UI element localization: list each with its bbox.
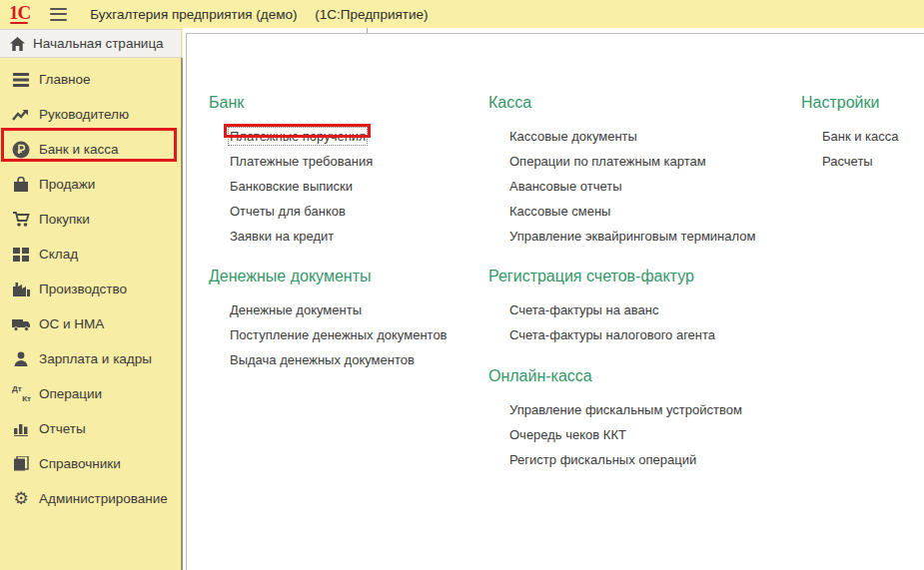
- link-platezhnye-porucheniya[interactable]: Платежные поручения: [230, 129, 366, 144]
- tab-bar: Начальная страница: [0, 28, 183, 58]
- shopping-bag-icon: [11, 175, 31, 195]
- factory-icon: [11, 280, 31, 299]
- link-upravlenie-ekvayringovym-terminalom[interactable]: Управление эквайринговым терминалом: [509, 229, 755, 244]
- link-avansovye-otchety[interactable]: Авансовые отчеты: [509, 179, 622, 194]
- section-title-nastroyki: Настройки: [801, 94, 921, 112]
- sidebar-item-sklad[interactable]: Склад: [0, 237, 181, 272]
- sidebar-item-otchety[interactable]: Отчеты: [0, 411, 181, 446]
- link-operatsii-po-platezhnym-kartam[interactable]: Операции по платежным картам: [509, 154, 706, 169]
- link-scheta-faktury-nalogovogo-agenta[interactable]: Счета-фактуры налогового агента: [509, 327, 715, 342]
- sidebar-item-prodazhi[interactable]: Продажи: [0, 167, 181, 202]
- bar-chart-icon: [11, 419, 31, 439]
- title-bar: 1С Бухгалтерия предприятия (демо) (1С:Пр…: [0, 0, 924, 28]
- link-bankovskie-vypiski[interactable]: Банковские выписки: [230, 179, 353, 194]
- sidebar-item-pokupki[interactable]: Покупки: [0, 202, 181, 237]
- section-kassa: Касса Кассовые документы Операции по пла…: [488, 94, 768, 248]
- link-platezhnye-trebovaniya[interactable]: Платежные требования: [230, 154, 373, 169]
- link-kassovye-dokumenty[interactable]: Кассовые документы: [509, 129, 637, 144]
- section-denezhnye-dokumenty: Денежные документы Денежные документы По…: [209, 268, 488, 371]
- link-bank-i-kassa-nastroyki[interactable]: Банк и касса: [822, 129, 899, 144]
- link-raschety[interactable]: Расчеты: [822, 154, 873, 169]
- section-title-onlayn-kassa: Онлайн-касса: [488, 367, 768, 385]
- section-registratsiya-schetov-faktur: Регистрация счетов-фактур Счета-фактуры …: [488, 268, 768, 346]
- sidebar-item-os-i-nma[interactable]: ОС и НМА: [0, 306, 181, 341]
- main-menu-icon[interactable]: [50, 8, 67, 21]
- books-icon: [11, 454, 31, 474]
- link-ochered-chekov-kkt[interactable]: Очередь чеков ККТ: [509, 427, 626, 442]
- sidebar-item-administrirovanie[interactable]: ⚙ Администрирование: [0, 481, 181, 516]
- sidebar-item-zarplata-i-kadry[interactable]: Зарплата и кадры: [0, 341, 181, 376]
- link-vydacha-denezhnykh-dokumentov[interactable]: Выдача денежных документов: [230, 352, 415, 367]
- link-scheta-faktury-na-avans[interactable]: Счета-фактуры на аванс: [509, 302, 659, 317]
- sidebar: Главное Руководителю Банк и касса Продаж…: [0, 58, 183, 570]
- app-window: 1С Бухгалтерия предприятия (демо) (1С:Пр…: [0, 0, 924, 570]
- sidebar-item-rukovoditelyu[interactable]: Руководителю: [0, 97, 181, 132]
- section-title-kassa: Касса: [488, 94, 768, 112]
- tab-home-page[interactable]: Начальная страница: [0, 29, 182, 58]
- link-otchety-dlya-bankov[interactable]: Отчеты для банков: [230, 204, 346, 219]
- platform-title: (1С:Предприятие): [315, 7, 428, 22]
- person-icon: [11, 349, 31, 369]
- trend-arrow-icon: [11, 105, 31, 125]
- section-onlayn-kassa: Онлайн-касса Управление фискальным устро…: [488, 367, 768, 471]
- window-title: Бухгалтерия предприятия (демо) (1С:Предп…: [90, 7, 428, 22]
- app-title: Бухгалтерия предприятия (демо): [90, 7, 297, 22]
- sidebar-item-proizvodstvo[interactable]: Производство: [0, 272, 181, 306]
- home-icon: [10, 37, 25, 51]
- truck-icon: [11, 314, 31, 334]
- section-title-registratsiya: Регистрация счетов-фактур: [488, 268, 768, 285]
- section-bank: Банк Платежные поручения Платежные требо…: [209, 94, 488, 248]
- link-upravlenie-fiskalnym-ustroystvom[interactable]: Управление фискальным устройством: [509, 402, 742, 417]
- link-zayavki-na-kredit[interactable]: Заявки на кредит: [230, 229, 334, 244]
- gear-icon: ⚙: [11, 489, 31, 509]
- onec-logo: 1С: [9, 3, 30, 25]
- sidebar-item-bank-i-kassa[interactable]: Банк и касса: [0, 132, 181, 167]
- section-title-denezhnye-dokumenty: Денежные документы: [209, 268, 488, 285]
- menu-lines-icon: [11, 70, 31, 90]
- tab-label: Начальная страница: [33, 36, 164, 51]
- link-denezhnye-dokumenty[interactable]: Денежные документы: [230, 302, 362, 317]
- section-nastroyki: Настройки Банк и касса Расчеты: [801, 94, 921, 173]
- link-registr-fiskalnykh-operatsiy[interactable]: Регистр фискальных операций: [509, 452, 696, 467]
- link-kassovye-smeny[interactable]: Кассовые смены: [509, 204, 610, 219]
- panel-top-divider: [367, 28, 368, 33]
- sidebar-item-glavnoe[interactable]: Главное: [0, 62, 181, 97]
- dt-kt-icon: ДтКт: [11, 384, 31, 404]
- grid-icon: [11, 245, 31, 265]
- cart-icon: [11, 210, 31, 230]
- sidebar-item-operatsii[interactable]: ДтКт Операции: [0, 376, 181, 411]
- sidebar-item-spravochniki[interactable]: Справочники: [0, 446, 181, 481]
- section-title-bank: Банк: [209, 94, 488, 112]
- ruble-circle-icon: [11, 140, 31, 160]
- link-postuplenie-denezhnykh-dokumentov[interactable]: Поступление денежных документов: [230, 327, 448, 342]
